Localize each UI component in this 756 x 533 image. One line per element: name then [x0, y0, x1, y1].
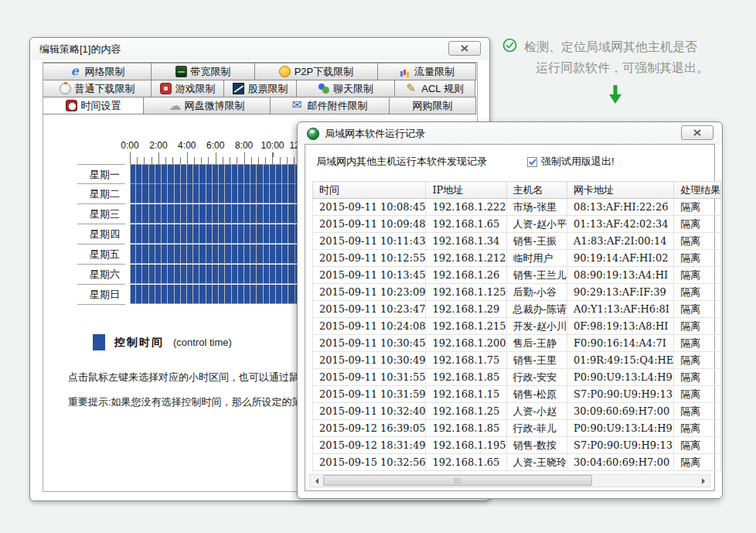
table-row[interactable]: 2015-09-11 10:12:55192.168.1.212临时用户90:1… — [313, 250, 721, 267]
schedule-cell[interactable] — [264, 224, 270, 244]
schedule-cell[interactable] — [142, 204, 148, 224]
schedule-cell[interactable] — [288, 224, 295, 244]
schedule-cell[interactable] — [257, 265, 263, 284]
tab-p2p[interactable]: P2P下载限制 — [254, 63, 378, 80]
schedule-cell[interactable] — [162, 265, 168, 284]
schedule-cell[interactable] — [238, 285, 244, 304]
schedule-cell[interactable] — [181, 204, 187, 224]
schedule-cell[interactable] — [162, 204, 168, 224]
schedule-cell[interactable] — [168, 164, 174, 184]
schedule-cell[interactable] — [213, 265, 219, 284]
schedule-cell[interactable] — [219, 265, 225, 284]
schedule-cell[interactable] — [238, 265, 244, 284]
schedule-cell[interactable] — [250, 204, 257, 224]
schedule-cell[interactable] — [213, 244, 219, 264]
schedule-cell[interactable] — [181, 164, 187, 184]
schedule-cell[interactable] — [155, 224, 162, 244]
schedule-cell[interactable] — [282, 164, 288, 184]
table-row[interactable]: 2015-09-11 10:13:45192.168.1.26销售-王兰儿08:… — [313, 267, 721, 284]
schedule-cell[interactable] — [213, 164, 219, 184]
schedule-cell[interactable] — [199, 244, 206, 264]
schedule-cell[interactable] — [288, 184, 295, 203]
table-row[interactable]: 2015-09-11 10:30:45192.168.1.200售后-王静F0:… — [313, 335, 721, 352]
schedule-cell[interactable] — [257, 244, 263, 264]
schedule-cell[interactable] — [282, 285, 288, 304]
schedule-cell[interactable] — [168, 184, 174, 203]
schedule-cell[interactable] — [142, 164, 148, 184]
schedule-cell[interactable] — [142, 285, 148, 304]
schedule-cell[interactable] — [225, 265, 231, 284]
schedule-cell[interactable] — [136, 224, 142, 244]
schedule-cell[interactable] — [276, 285, 282, 304]
table-row[interactable]: 2015-09-12 18:31:49192.168.1.195销售-数按S7:… — [313, 437, 721, 454]
schedule-cell[interactable] — [270, 164, 276, 184]
schedule-cell[interactable] — [193, 204, 199, 224]
schedule-cell[interactable] — [199, 224, 206, 244]
schedule-cell[interactable] — [244, 164, 250, 184]
schedule-cell[interactable] — [270, 224, 276, 244]
records-window-titlebar[interactable]: 局域网本软件运行记录 — [298, 122, 722, 145]
schedule-cell[interactable] — [175, 265, 181, 284]
schedule-cell[interactable] — [250, 224, 257, 244]
schedule-cell[interactable] — [130, 204, 136, 224]
schedule-cell[interactable] — [288, 164, 295, 184]
schedule-cell[interactable] — [149, 285, 155, 304]
schedule-cell[interactable] — [250, 244, 257, 264]
schedule-cell[interactable] — [155, 204, 162, 224]
schedule-cell[interactable] — [155, 265, 162, 284]
schedule-cell[interactable] — [276, 204, 282, 224]
schedule-cell[interactable] — [250, 285, 257, 304]
tab-shopping[interactable]: 网购限制 — [389, 97, 476, 114]
schedule-cell[interactable] — [142, 265, 148, 284]
schedule-cell[interactable] — [213, 224, 219, 244]
table-row[interactable]: 2015-09-11 10:31:59192.168.1.15销售-松原S7:P… — [313, 386, 721, 403]
table-row[interactable]: 2015-09-11 10:24:08192.168.1.215开发-赵小川0F… — [313, 318, 721, 335]
schedule-cell[interactable] — [193, 184, 199, 203]
schedule-cell[interactable] — [225, 164, 231, 184]
column-header[interactable]: IP地址 — [426, 182, 506, 199]
close-button[interactable] — [448, 41, 481, 56]
schedule-cell[interactable] — [225, 285, 231, 304]
schedule-cell[interactable] — [193, 244, 199, 264]
schedule-cell[interactable] — [270, 285, 276, 304]
table-row[interactable]: 2015-09-11 10:32:40192.168.1.25人资-小赵30:0… — [313, 403, 721, 420]
schedule-cell[interactable] — [155, 184, 162, 203]
scrollbar-thumb[interactable]: ||| — [323, 475, 592, 486]
schedule-cell[interactable] — [250, 164, 257, 184]
schedule-cell[interactable] — [175, 224, 181, 244]
schedule-cell[interactable] — [155, 285, 162, 304]
schedule-cell[interactable] — [206, 224, 213, 244]
schedule-cell[interactable] — [270, 265, 276, 284]
schedule-cell[interactable] — [168, 224, 174, 244]
close-button[interactable] — [681, 125, 713, 140]
schedule-cell[interactable] — [238, 244, 244, 264]
schedule-cell[interactable] — [187, 204, 193, 224]
schedule-cell[interactable] — [257, 224, 263, 244]
schedule-cell[interactable] — [219, 285, 225, 304]
tab-bandwidth[interactable]: 带宽限制 — [151, 63, 255, 80]
schedule-cell[interactable] — [193, 265, 199, 284]
schedule-cell[interactable] — [181, 265, 187, 284]
schedule-cell[interactable] — [257, 204, 263, 224]
schedule-cell[interactable] — [219, 204, 225, 224]
schedule-cell[interactable] — [270, 244, 276, 264]
schedule-cell[interactable] — [206, 164, 213, 184]
column-header[interactable]: 网卡地址 — [567, 182, 674, 199]
schedule-cell[interactable] — [155, 164, 162, 184]
schedule-cell[interactable] — [162, 285, 168, 304]
schedule-cell[interactable] — [130, 224, 136, 244]
schedule-cell[interactable] — [199, 184, 206, 203]
schedule-cell[interactable] — [232, 204, 238, 224]
schedule-cell[interactable] — [282, 265, 288, 284]
table-row[interactable]: 2015-09-11 10:30:49192.168.1.75销售-王里01:9… — [313, 352, 721, 369]
schedule-cell[interactable] — [162, 224, 168, 244]
schedule-cell[interactable] — [219, 184, 225, 203]
schedule-cell[interactable] — [149, 164, 155, 184]
schedule-cell[interactable] — [206, 184, 213, 203]
column-header[interactable]: 时间 — [313, 182, 426, 199]
schedule-cell[interactable] — [181, 184, 187, 203]
schedule-cell[interactable] — [162, 244, 168, 264]
schedule-cell[interactable] — [232, 265, 238, 284]
schedule-cell[interactable] — [142, 224, 148, 244]
schedule-cell[interactable] — [219, 164, 225, 184]
